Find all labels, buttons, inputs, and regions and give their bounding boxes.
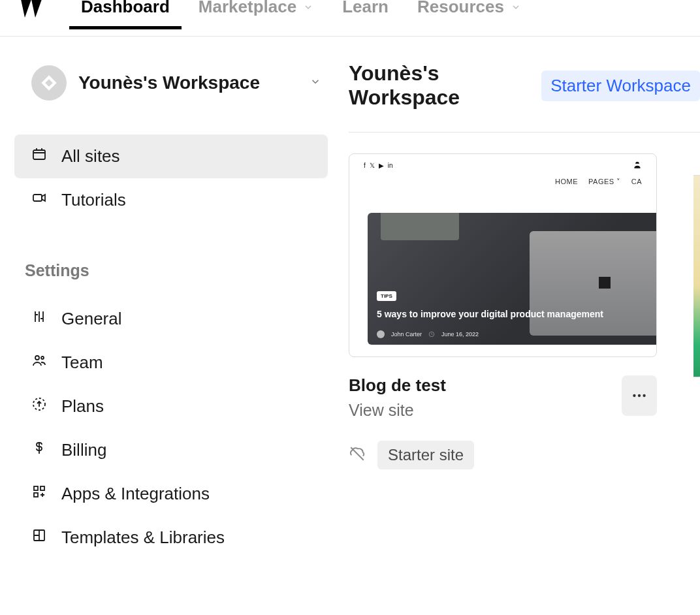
site-status-pill: Starter site [377,441,474,469]
nav-label: Learn [342,0,389,17]
chevron-down-icon [303,0,313,17]
svg-point-3 [41,356,44,359]
sidebar-item-label: Plans [61,396,104,417]
sidebar-item-templates[interactable]: Templates & Libraries [14,516,328,560]
svg-rect-0 [33,150,45,159]
sidebar-item-billing[interactable]: Billing [14,428,328,472]
settings-heading: Settings [14,253,328,297]
layout-icon [31,528,47,548]
workspace-switcher[interactable]: Younès's Workspace [14,61,328,104]
nav-learn[interactable]: Learn [342,0,389,29]
sidebar-item-label: Billing [61,440,106,460]
sidebar-item-general[interactable]: General [14,297,328,341]
sliders-icon [31,309,47,329]
thumb-date: June 16, 2022 [441,331,479,338]
plan-badge[interactable]: Starter Workspace [541,71,700,101]
thumb-nav-item: PAGES ˅ [588,178,621,186]
svg-rect-1 [33,195,42,201]
workspace-name: Younès's Workspace [78,72,298,93]
thumb-nav-item: CA [631,178,642,186]
sidebar-item-team[interactable]: Team [14,341,328,385]
main: Younès's Workspace Starter Workspace f𝕏▶… [340,37,700,560]
main-header: Younès's Workspace Starter Workspace [349,61,700,133]
svg-rect-7 [34,493,38,497]
chevron-down-icon [310,76,321,90]
thumb-social-icons: f𝕏▶in [364,162,393,169]
sidebar-item-label: Team [61,353,103,373]
thumb-hero: TIPS 5 ways to improve your digital prod… [368,213,657,345]
thumb-author: John Carter [391,331,422,338]
sidebar-item-label: Templates & Libraries [61,528,225,548]
site-thumbnail[interactable]: f𝕏▶in HOME PAGES ˅ CA TIPS 5 [349,153,657,357]
video-icon [31,190,47,210]
nav-resources[interactable]: Resources [417,0,521,29]
sidebar-item-all-sites[interactable]: All sites [14,134,328,178]
thumb-nav-item: HOME [555,178,578,186]
page-title: Younès's Workspace [349,61,530,110]
svg-point-11 [638,394,641,397]
sidebar-item-label: General [61,309,122,329]
svg-rect-6 [40,486,44,490]
site-grid: f𝕏▶in HOME PAGES ˅ CA TIPS 5 [349,133,700,469]
avatar-icon [377,330,385,338]
nav-dashboard[interactable]: Dashboard [81,0,170,29]
sidebar-item-plans[interactable]: Plans [14,385,328,428]
apps-icon [31,484,47,504]
nav-label: Dashboard [81,0,170,17]
logo[interactable] [18,0,44,22]
site-name: Blog de test [349,375,446,396]
unpublished-icon [349,445,366,465]
site-card: f𝕏▶in HOME PAGES ˅ CA TIPS 5 [349,153,657,469]
site-more-button[interactable] [622,375,657,416]
workspace-avatar [31,65,67,101]
upload-circle-icon [31,396,47,417]
top-nav: Dashboard Marketplace Learn Resources [0,0,700,37]
sidebar-item-label: Apps & Integrations [61,484,210,504]
nav-label: Resources [417,0,504,17]
sidebar-item-apps[interactable]: Apps & Integrations [14,472,328,516]
svg-rect-5 [34,486,38,490]
sidebar-item-tutorials[interactable]: Tutorials [14,178,328,222]
thumb-logo-icon [633,161,642,170]
thumb-tag: TIPS [377,291,396,301]
svg-point-10 [633,394,635,397]
chevron-down-icon [511,0,521,17]
svg-point-12 [643,394,645,397]
sidebar-item-label: Tutorials [61,190,126,210]
svg-point-2 [35,356,39,360]
thumb-nav: HOME PAGES ˅ CA [349,172,656,193]
view-site-link[interactable]: View site [349,401,446,420]
sidebar: Younès's Workspace All sites Tutorials S… [0,37,340,560]
browser-icon [31,146,47,166]
dollar-icon [31,440,47,460]
people-icon [31,353,47,373]
nav-marketplace[interactable]: Marketplace [199,0,313,29]
sidebar-item-label: All sites [61,146,120,166]
thumb-meta: John Carter June 16, 2022 [377,330,479,338]
thumb-headline: 5 ways to improve your digital product m… [377,308,657,321]
adjacent-card-peek[interactable] [693,175,700,377]
nav-label: Marketplace [199,0,296,17]
